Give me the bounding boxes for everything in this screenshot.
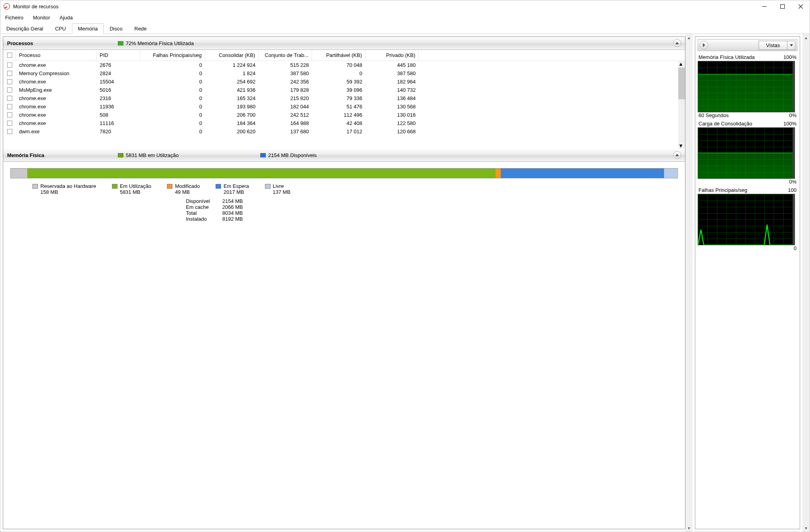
close-button[interactable] <box>791 0 810 12</box>
legend-item: Modificado49 MB <box>167 183 200 195</box>
cell-ws: 387 580 <box>259 70 312 76</box>
cell-ws: 179 828 <box>259 87 312 93</box>
graph-min: 0% <box>789 179 797 185</box>
row-checkbox[interactable] <box>7 79 12 84</box>
col-process[interactable]: Processo <box>16 50 97 61</box>
cell-ws: 164 988 <box>259 120 312 126</box>
col-ws[interactable]: Conjunto de Trab... <box>259 50 312 61</box>
legend-label: Reservada ao Hardware <box>40 183 96 189</box>
legend-item: Reservada ao Hardware158 MB <box>32 183 96 195</box>
legend-swatch <box>216 184 221 189</box>
cell-name: chrome.exe <box>16 95 97 101</box>
cell-pid: 2316 <box>97 95 140 101</box>
table-row[interactable]: chrome.exe 11116 0 184 364 164 988 42 40… <box>3 119 685 127</box>
cell-ws: 215 820 <box>259 95 312 101</box>
avail-swatch <box>260 153 266 157</box>
legend-label: Livre <box>273 183 284 189</box>
cell-share: 39 096 <box>312 87 365 93</box>
collapse-icon[interactable] <box>673 39 681 47</box>
processes-title: Processos <box>7 40 33 46</box>
col-share[interactable]: Partilhável (KB) <box>312 50 365 61</box>
graph-title: Carga de Consolidação <box>698 121 752 127</box>
row-checkbox[interactable] <box>7 96 12 101</box>
physical-title: Memória Física <box>7 152 44 158</box>
stat-value: 8192 MB <box>222 216 243 222</box>
menubar: Ficheiro Monitor Ajuda <box>0 12 810 23</box>
collapse-icon[interactable] <box>673 151 681 159</box>
graph-block: Carga de Consolidação100% 0% <box>698 121 797 185</box>
table-row[interactable]: Memory Compression 2824 0 1 824 387 580 … <box>3 69 685 78</box>
processes-header[interactable]: Processos 72% Memória Física Utilizada <box>3 37 685 50</box>
cell-faults: 0 <box>140 129 205 134</box>
views-button[interactable]: Vistas <box>759 41 787 50</box>
menu-help[interactable]: Ajuda <box>60 15 73 21</box>
cell-faults: 0 <box>140 70 205 76</box>
tab-network[interactable]: Rede <box>129 23 153 34</box>
cell-priv: 136 484 <box>365 95 419 101</box>
table-scrollbar[interactable]: ▲▼ <box>678 61 685 149</box>
tab-memory[interactable]: Memória <box>72 23 104 34</box>
table-row[interactable]: chrome.exe 508 0 206 700 242 512 112 496… <box>3 111 685 119</box>
legend-item: Em Espera2017 MB <box>216 183 249 195</box>
graph-title: Falhas Principais/seg <box>698 187 748 193</box>
minimize-button[interactable] <box>755 0 773 12</box>
membar-segment <box>27 168 496 178</box>
table-row[interactable]: dwm.exe 7820 0 200 620 137 680 17 012 12… <box>3 127 685 136</box>
cell-priv: 445 180 <box>365 62 419 68</box>
cell-share: 70 048 <box>312 62 365 68</box>
tab-cpu[interactable]: CPU <box>49 23 72 34</box>
col-faults[interactable]: Falhas Principais/seg <box>140 50 205 61</box>
cell-priv: 120 668 <box>365 129 419 134</box>
legend-value: 49 MB <box>175 189 200 195</box>
row-checkbox[interactable] <box>7 112 12 117</box>
row-checkbox[interactable] <box>7 71 12 76</box>
row-checkbox[interactable] <box>7 104 12 109</box>
table-row[interactable]: chrome.exe 15504 0 254 692 242 356 59 39… <box>3 78 685 86</box>
views-dropdown-icon[interactable] <box>787 41 795 50</box>
tab-overview[interactable]: Descrição Geral <box>0 23 49 34</box>
cell-name: chrome.exe <box>16 104 97 110</box>
col-priv[interactable]: Privado (KB) <box>365 50 419 61</box>
select-all-checkbox[interactable] <box>7 53 12 58</box>
table-row[interactable]: MsMpEng.exe 5016 0 421 936 179 828 39 09… <box>3 86 685 94</box>
legend-swatch <box>32 184 38 189</box>
row-checkbox[interactable] <box>7 129 12 134</box>
physical-inuse: 5831 MB em Utilização <box>126 152 179 158</box>
menu-monitor[interactable]: Monitor <box>33 15 50 21</box>
physical-header[interactable]: Memória Física 5831 MB em Utilização 215… <box>3 149 685 162</box>
left-scrollbar[interactable]: ▲▼ <box>685 34 693 532</box>
cell-ws: 137 680 <box>259 129 312 134</box>
perf-graph <box>698 61 795 112</box>
col-pid[interactable]: PID <box>97 50 140 61</box>
stat-key: Disponível <box>186 198 217 204</box>
right-scrollbar[interactable]: ▲▼ <box>802 34 810 532</box>
stat-key: Em cache <box>186 204 217 210</box>
cell-name: chrome.exe <box>16 79 97 85</box>
table-row[interactable]: chrome.exe 2316 0 165 324 215 820 79 336… <box>3 94 685 102</box>
cell-commit: 206 700 <box>205 112 259 118</box>
cell-priv: 130 016 <box>365 112 419 118</box>
row-checkbox[interactable] <box>7 62 12 68</box>
table-row[interactable]: chrome.exe 2676 0 1 224 924 515 228 70 0… <box>3 61 685 69</box>
table-row[interactable]: chrome.exe 11936 0 193 980 182 044 51 47… <box>3 102 685 111</box>
cell-priv: 140 732 <box>365 87 419 93</box>
perf-graph <box>698 127 795 179</box>
row-checkbox[interactable] <box>7 87 12 93</box>
row-checkbox[interactable] <box>7 121 12 126</box>
nav-forward-icon[interactable] <box>700 41 708 49</box>
menu-file[interactable]: Ficheiro <box>5 15 23 21</box>
cell-pid: 2824 <box>97 70 140 76</box>
graph-title: Memória Física Utilizada <box>698 54 755 60</box>
cell-faults: 0 <box>140 87 205 93</box>
graph-xaxis: 60 Segundos <box>698 112 729 118</box>
cell-pid: 11116 <box>97 120 140 126</box>
physical-panel: Reservada ao Hardware158 MBEm Utilização… <box>3 162 685 529</box>
legend-label: Modificado <box>175 183 200 189</box>
tab-disk[interactable]: Disco <box>104 23 129 34</box>
cell-ws: 515 228 <box>259 62 312 68</box>
memory-stats: Disponível2154 MBEm cache2066 MBTotal803… <box>186 198 678 222</box>
maximize-button[interactable] <box>773 0 791 12</box>
cell-commit: 184 364 <box>205 120 259 126</box>
col-commit[interactable]: Consolidar (KB) <box>205 50 259 61</box>
cell-ws: 242 356 <box>259 79 312 85</box>
